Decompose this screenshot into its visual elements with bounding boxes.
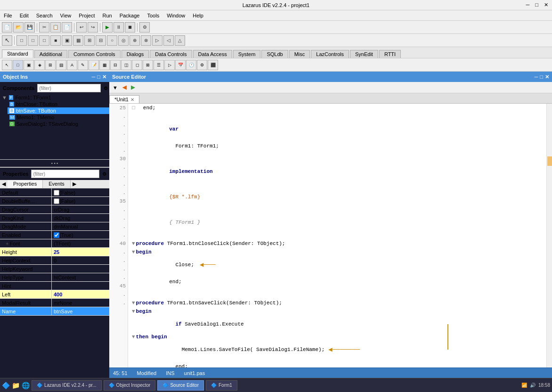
- menu-item-file[interactable]: File: [0, 12, 16, 19]
- comp-icon-13[interactable]: ◻: [132, 60, 142, 70]
- editor-nav-fwd-btn[interactable]: ▶: [130, 84, 136, 91]
- props-filter-options[interactable]: ⚙: [102, 172, 106, 177]
- components-filter-options[interactable]: ⚙: [104, 86, 108, 91]
- prop-value-default[interactable]: (False): [52, 188, 109, 196]
- comp-icon-11[interactable]: ⊟: [110, 60, 121, 70]
- taskbar-files-btn[interactable]: 📁: [12, 382, 20, 389]
- tree-item-memo1[interactable]: M Memo1: TMemo: [8, 114, 109, 121]
- tb2-btn-10[interactable]: ◎: [118, 35, 129, 46]
- component-tab-data-access[interactable]: Data Access: [193, 50, 232, 58]
- tab-properties[interactable]: Properties: [8, 180, 43, 188]
- tab-events[interactable]: Events: [43, 180, 71, 188]
- toolbar-pause-btn[interactable]: ⏸: [114, 22, 124, 33]
- editor-dropdown-btn[interactable]: ▼: [111, 84, 119, 91]
- doublebuffer-checkbox[interactable]: [54, 198, 59, 204]
- prop-value-dragkind[interactable]: dkDrag: [52, 214, 109, 222]
- tab-close-btn[interactable]: ✕: [130, 97, 134, 102]
- taskbar-form1-btn[interactable]: 🔷 Form1: [206, 380, 237, 391]
- tree-item-btnclose[interactable]: B btnClose: TButton: [8, 101, 109, 107]
- fold-marker-save[interactable]: ▼: [132, 299, 135, 307]
- prop-value-helptype[interactable]: htContext: [52, 273, 109, 281]
- toolbar-cut-btn[interactable]: ✂: [39, 22, 49, 33]
- properties-filter-input[interactable]: [31, 170, 99, 178]
- fold-marker-begin[interactable]: ▼: [132, 248, 135, 256]
- tb2-btn-14[interactable]: ◁: [163, 35, 174, 46]
- component-tab-misc[interactable]: Misc: [289, 50, 310, 58]
- code-content[interactable]: □ end; var Form1: TForm1; imple: [128, 104, 546, 368]
- editor-nav-back-btn[interactable]: ◀: [121, 84, 128, 91]
- tb2-btn-3[interactable]: □: [39, 35, 49, 46]
- comp-icon-3[interactable]: ▣: [24, 60, 34, 70]
- editor-tab-unit1[interactable]: *Unit1 ✕: [109, 95, 139, 103]
- comp-icon-2[interactable]: □: [13, 60, 23, 70]
- comp-icon-5[interactable]: ⊞: [45, 60, 56, 70]
- comp-icon-10[interactable]: ▦: [99, 60, 110, 70]
- prop-value-helpcontext[interactable]: 0: [52, 256, 109, 264]
- taskbar-browser-btn[interactable]: 🌐: [22, 382, 30, 389]
- comp-icon-18[interactable]: 🕐: [186, 60, 196, 70]
- source-editor-minimize[interactable]: ─: [535, 74, 538, 80]
- toolbar-misc-btn[interactable]: ⚙: [139, 22, 150, 33]
- taskbar-start-btn[interactable]: 🔷: [2, 382, 10, 389]
- toolbar-undo-btn[interactable]: ↩: [76, 22, 87, 33]
- prop-value-dragcursor[interactable]: crDrag: [52, 205, 109, 213]
- enabled-checkbox[interactable]: [54, 232, 59, 238]
- comp-icon-19[interactable]: ⚙: [197, 60, 207, 70]
- prop-value-doublebuffer[interactable]: (False): [52, 197, 109, 205]
- menu-item-view[interactable]: View: [57, 12, 75, 19]
- menu-item-search[interactable]: Search: [32, 12, 57, 19]
- tb2-btn-11[interactable]: ⊕: [130, 35, 140, 46]
- menu-item-project[interactable]: Project: [75, 12, 98, 19]
- source-editor-restore[interactable]: □: [540, 74, 543, 80]
- menu-item-run[interactable]: Run: [98, 12, 115, 19]
- taskbar-sourceeditor-btn[interactable]: 🔷 Source Editor: [157, 380, 204, 391]
- comp-icon-17[interactable]: 📅: [175, 60, 186, 70]
- prop-value-font[interactable]: (TFont): [52, 239, 109, 247]
- comp-icon-12[interactable]: ◫: [121, 60, 131, 70]
- toolbar-open-btn[interactable]: 📂: [13, 22, 24, 33]
- props-nav-prev[interactable]: ◀: [0, 180, 8, 188]
- toolbar-new-btn[interactable]: 📄: [2, 22, 12, 33]
- toolbar-paste-btn[interactable]: 📄: [62, 22, 72, 33]
- tb2-btn-4[interactable]: ■: [50, 35, 61, 46]
- prop-value-helpkeyword[interactable]: [52, 265, 109, 273]
- menu-item-help[interactable]: Help: [189, 12, 207, 19]
- component-tab-lazcontrols[interactable]: LazControls: [311, 50, 349, 58]
- component-tab-standard[interactable]: Standard: [2, 49, 33, 58]
- prop-value-modalresult[interactable]: mrNone: [52, 299, 109, 307]
- menu-item-package[interactable]: Package: [116, 12, 144, 19]
- menu-item-window[interactable]: Window: [163, 12, 189, 19]
- comp-icon-9[interactable]: 📝: [89, 60, 99, 70]
- toolbar-stop-btn[interactable]: ⏹: [125, 22, 135, 33]
- prop-value-hint[interactable]: [52, 282, 109, 290]
- component-tab-data-controls[interactable]: Data Controls: [150, 50, 192, 58]
- font-expand-icon[interactable]: +: [6, 241, 8, 246]
- toolbar-run-btn[interactable]: ▶: [102, 22, 113, 33]
- comp-icon-1[interactable]: ↖: [2, 60, 12, 70]
- comp-icon-20[interactable]: ⬛: [208, 60, 218, 70]
- component-tab-additional[interactable]: Additional: [34, 50, 67, 58]
- toolbar-pointer-btn[interactable]: ↖: [2, 35, 12, 46]
- component-tab-sqldb[interactable]: SQLdb: [261, 50, 288, 58]
- menu-item-tools[interactable]: Tools: [143, 12, 163, 19]
- comp-icon-16[interactable]: ▷: [164, 60, 175, 70]
- components-filter-input[interactable]: [37, 84, 101, 92]
- tb2-btn-7[interactable]: ⊞: [84, 35, 95, 46]
- source-editor-close[interactable]: ✕: [545, 74, 549, 80]
- comp-icon-6[interactable]: ▤: [56, 60, 66, 70]
- tb2-btn-6[interactable]: ▦: [73, 35, 83, 46]
- prop-value-name[interactable]: btnSave: [52, 307, 109, 315]
- component-tab-system[interactable]: System: [233, 50, 261, 58]
- minimize-button[interactable]: ─: [524, 2, 532, 8]
- tree-item-btnsave[interactable]: B btnSave: TButton: [8, 107, 109, 114]
- tb2-btn-5[interactable]: ▣: [62, 35, 72, 46]
- prop-value-enabled[interactable]: (True): [52, 231, 109, 239]
- comp-icon-15[interactable]: ☰: [154, 60, 164, 70]
- component-tab-rtti[interactable]: RTTI: [379, 50, 401, 58]
- tb2-btn-1[interactable]: □: [16, 35, 27, 46]
- prop-value-dragmode[interactable]: dmManual: [52, 222, 109, 230]
- toolbar-redo-btn[interactable]: ↪: [88, 22, 98, 33]
- comp-icon-8[interactable]: ✎: [78, 60, 88, 70]
- comp-icon-14[interactable]: ⊠: [143, 60, 153, 70]
- component-tab-synedit[interactable]: SynEdit: [350, 50, 378, 58]
